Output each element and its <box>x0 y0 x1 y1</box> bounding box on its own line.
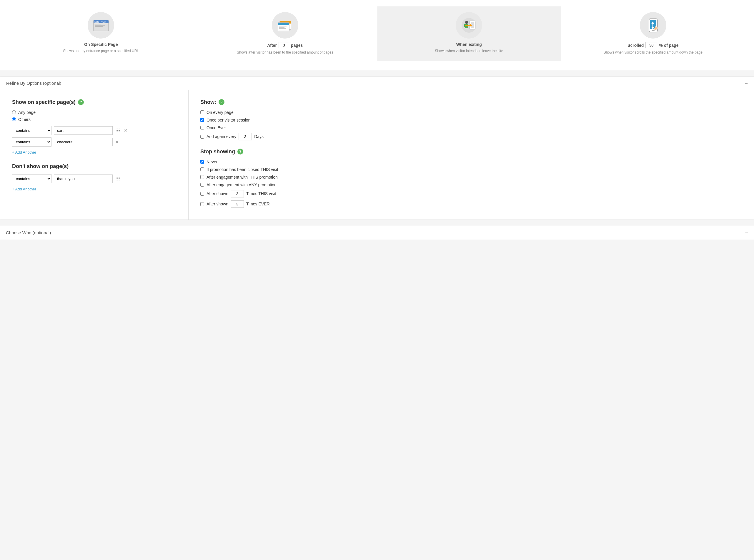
after-pages-desc: Shows after visitor has been to the spec… <box>237 50 333 55</box>
show-conditions-list: contains does not contain is starts with… <box>12 126 177 146</box>
right-panel: Show: ? On every page Once per visitor s… <box>188 91 754 220</box>
collapse-button[interactable]: − <box>745 81 748 86</box>
checkbox-closed-this[interactable]: If promotion has been closed THIS visit <box>200 167 742 172</box>
add-another-show-button[interactable]: + Add Another <box>12 150 36 155</box>
choose-who-collapse-button[interactable]: − <box>745 230 748 235</box>
checkbox-after-shown-visit-input[interactable] <box>200 192 204 196</box>
show-grid-icon-0[interactable]: ☷ <box>115 128 122 133</box>
stop-showing-help-icon[interactable]: ? <box>238 148 243 155</box>
show-remove-btn-0[interactable]: ✕ <box>124 128 128 133</box>
stop-showing-section: Stop showing ? Never If promotion has be… <box>200 148 742 208</box>
checkbox-engage-this[interactable]: After engagement with THIS promotion <box>200 175 742 180</box>
checkbox-again-every-row: And again every Days <box>200 133 742 140</box>
svg-rect-28 <box>652 30 655 31</box>
checkbox-closed-this-input[interactable] <box>200 167 204 171</box>
checkbox-again-every-input[interactable] <box>200 135 204 139</box>
show-condition-row-0: contains does not contain is starts with… <box>12 126 177 135</box>
when-exiting-icon <box>456 12 482 39</box>
checkbox-every-page-input[interactable] <box>200 111 204 114</box>
dont-show-grid-icon-0[interactable]: ☷ <box>115 176 122 182</box>
svg-text:http://ww: http://ww <box>95 21 106 23</box>
scrolled-title: Scrolled % of page <box>628 42 678 48</box>
specific-page-icon: http://ww <box>88 12 114 39</box>
after-shown-ever-suffix: Times EVER <box>246 202 270 206</box>
again-every-days-suffix: Days <box>254 134 264 139</box>
radio-any-page-label: Any page <box>18 110 36 115</box>
stop-showing-title: Stop showing ? <box>200 148 742 155</box>
trigger-card-scrolled[interactable]: Scrolled % of page Shows when visitor sc… <box>561 6 746 61</box>
checkbox-engage-this-label: After engagement with THIS promotion <box>206 175 278 180</box>
dont-show-condition-input-0[interactable] <box>54 175 113 183</box>
checkbox-engage-this-input[interactable] <box>200 175 204 179</box>
checkbox-never-input[interactable] <box>200 160 204 164</box>
checkbox-once-ever-input[interactable] <box>200 126 204 129</box>
dont-show-title: Don't show on page(s) <box>12 163 177 169</box>
checkbox-after-shown-ever-label: After shown <box>206 202 228 206</box>
refine-title: Refine By Options <box>6 81 42 86</box>
checkbox-once-ever-label: Once Ever <box>206 125 226 130</box>
checkbox-once-ever[interactable]: Once Ever <box>200 125 742 130</box>
choose-who-bar: Choose Who (optional) − <box>0 226 754 240</box>
checkbox-again-every-label: And again every <box>206 134 236 139</box>
trigger-card-after-pages[interactable]: After pages Shows after visitor has been… <box>193 6 377 61</box>
checkbox-after-shown-visit-row: After shown Times THIS visit <box>200 190 742 197</box>
refine-section: Refine By Options (optional) − Show on s… <box>0 76 754 220</box>
show-condition-select-1[interactable]: contains does not contain is starts with… <box>12 137 52 146</box>
svg-point-14 <box>465 21 468 24</box>
specific-page-desc: Shows on any entrance page or a specifie… <box>63 48 139 54</box>
after-pages-icon <box>272 12 298 39</box>
svg-rect-12 <box>279 28 286 29</box>
refine-optional: (optional) <box>43 81 61 86</box>
radio-group: Any page Others <box>12 110 177 122</box>
radio-any-page-input[interactable] <box>12 111 16 114</box>
show-pages-help-icon[interactable]: ? <box>78 99 84 105</box>
checkbox-after-shown-ever-row: After shown Times EVER <box>200 200 742 208</box>
checkbox-after-shown-visit-label: After shown <box>206 191 228 196</box>
after-pages-input[interactable] <box>279 42 289 48</box>
scrolled-icon <box>640 12 666 39</box>
after-shown-visit-count-input[interactable] <box>231 190 244 197</box>
show-condition-row-1: contains does not contain is starts with… <box>12 137 177 146</box>
checkbox-engage-any-label: After engagement with ANY promotion <box>206 182 277 187</box>
checkbox-once-session[interactable]: Once per visitor session <box>200 118 742 122</box>
checkbox-after-shown-ever-input[interactable] <box>200 202 204 206</box>
after-shown-ever-count-input[interactable] <box>231 200 244 208</box>
radio-any-page[interactable]: Any page <box>12 110 177 115</box>
svg-rect-2 <box>95 24 101 24</box>
checkbox-every-page[interactable]: On every page <box>200 110 742 115</box>
radio-others-label: Others <box>18 117 30 122</box>
after-shown-visit-suffix: Times THIS visit <box>246 191 276 196</box>
radio-others[interactable]: Others <box>12 117 177 122</box>
show-remove-btn-1[interactable]: ✕ <box>115 139 119 145</box>
checkbox-once-session-input[interactable] <box>200 118 204 122</box>
dont-show-condition-select-0[interactable]: contains does not contain is starts with… <box>12 174 52 183</box>
choose-who-optional: (optional) <box>33 230 51 235</box>
show-pages-title-container: Show on specific page(s) ? <box>12 99 177 105</box>
scrolled-input[interactable] <box>646 42 657 48</box>
checkbox-closed-this-label: If promotion has been closed THIS visit <box>206 167 278 172</box>
stop-checkboxes: Never If promotion has been closed THIS … <box>200 160 742 208</box>
show-right-help-icon[interactable]: ? <box>219 99 224 105</box>
checkbox-engage-any-input[interactable] <box>200 183 204 186</box>
show-condition-input-0[interactable] <box>54 126 113 135</box>
show-checkboxes: On every page Once per visitor session O… <box>200 110 742 140</box>
choose-who-content: Choose Who (optional) <box>6 230 51 235</box>
refine-header: Refine By Options (optional) − <box>0 77 754 91</box>
svg-rect-30 <box>655 26 656 29</box>
trigger-cards-section: http://ww On Specific Page Shows on any … <box>0 0 754 70</box>
trigger-card-specific-page[interactable]: http://ww On Specific Page Shows on any … <box>9 6 193 61</box>
again-every-days-input[interactable] <box>239 133 252 140</box>
checkbox-never-label: Never <box>206 160 218 164</box>
svg-rect-32 <box>657 27 657 29</box>
trigger-card-when-exiting[interactable]: When exiting Shows when visitor intends … <box>377 6 561 61</box>
add-another-dont-button[interactable]: + Add Another <box>12 187 36 191</box>
show-condition-select-0[interactable]: contains does not contain is starts with… <box>12 126 52 135</box>
dont-show-section: Don't show on page(s) contains does not … <box>12 163 177 191</box>
left-panel: Show on specific page(s) ? Any page Othe… <box>0 91 188 220</box>
checkbox-engage-any[interactable]: After engagement with ANY promotion <box>200 182 742 187</box>
svg-rect-11 <box>279 27 284 28</box>
radio-others-input[interactable] <box>12 117 16 121</box>
show-condition-input-1[interactable] <box>54 138 113 146</box>
svg-rect-31 <box>656 27 657 29</box>
checkbox-never[interactable]: Never <box>200 160 742 164</box>
